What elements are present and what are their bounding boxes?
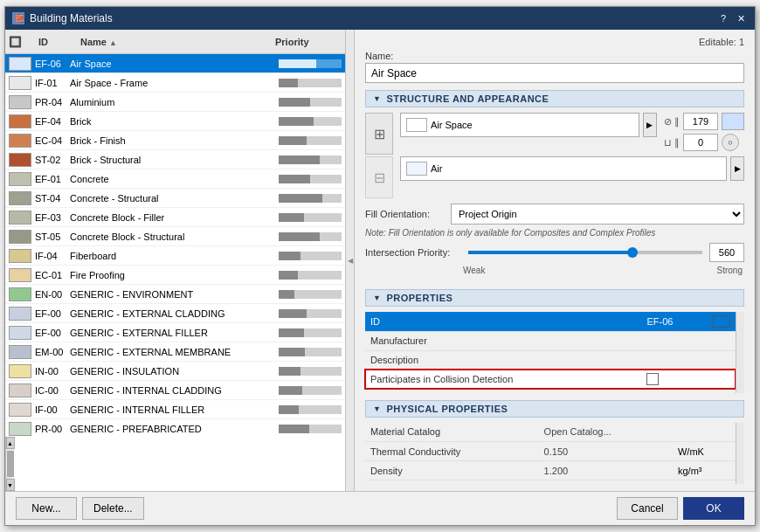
scroll-thumb[interactable] xyxy=(7,451,14,477)
hatch-control-1: ⊘ ∥ xyxy=(664,113,744,130)
material-list-name: Brick - Finish xyxy=(70,135,279,146)
delete-button[interactable]: Delete... xyxy=(82,497,144,520)
material-list-id: IF-01 xyxy=(35,78,70,88)
list-item[interactable]: IF-01Air Space - Frame xyxy=(5,73,345,93)
priority-bar-container xyxy=(279,348,342,356)
intersection-slider[interactable] xyxy=(468,244,702,261)
participates-checkbox[interactable] xyxy=(646,373,659,385)
properties-section-label: PROPERTIES xyxy=(386,293,453,303)
priority-bar-fill xyxy=(279,213,304,222)
hatch-circle-btn[interactable]: ○ xyxy=(722,134,739,151)
list-item[interactable]: EF-04Brick xyxy=(5,112,345,131)
list-item[interactable]: IC-00GENERIC - INTERNAL CLADDING xyxy=(5,381,345,400)
list-item[interactable]: EC-01Fire Proofing xyxy=(5,266,345,285)
scroll-up-arrow[interactable]: ▲ xyxy=(6,437,15,449)
list-item[interactable]: EF-03Concrete Block - Filler xyxy=(5,208,345,227)
weak-label: Weak xyxy=(463,266,485,275)
list-scrollbar[interactable]: ▲ ▼ xyxy=(5,437,14,491)
phys-row-density[interactable]: Density 1.200 kg/m³ xyxy=(365,461,736,480)
properties-table: ID EF-06 Manufacturer Description xyxy=(365,312,736,390)
list-item[interactable]: IF-00GENERIC - INTERNAL FILLER xyxy=(5,400,345,419)
material-list-swatch xyxy=(9,403,31,417)
prop-row-participates[interactable]: Participates in Collision Detection xyxy=(365,370,736,389)
material-list-id: EC-04 xyxy=(35,135,70,146)
id-color-swatch[interactable] xyxy=(713,315,730,328)
slider-thumb[interactable] xyxy=(627,247,638,258)
list-item[interactable]: EF-01Concrete xyxy=(5,169,345,189)
material-list-name: Air Space - Frame xyxy=(70,78,279,88)
cancel-button[interactable]: Cancel xyxy=(617,497,678,520)
list-item[interactable]: EF-00GENERIC - EXTERNAL FILLER xyxy=(5,323,345,342)
priority-bar-container xyxy=(279,405,342,414)
slider-fill xyxy=(468,251,632,254)
material-list-id: IF-04 xyxy=(35,251,70,261)
section-toggle-icon[interactable]: ▼ xyxy=(373,94,381,103)
list-item[interactable]: IN-00GENERIC - INSULATION xyxy=(5,362,345,381)
sort-arrow-icon: ▲ xyxy=(109,38,117,47)
left-panel: 🔲 ID Name ▲ Priority EF-06Air SpaceIF-01… xyxy=(5,30,346,491)
phys-val-thermal: 0.150 xyxy=(539,442,673,461)
hatch-u-label: ⊔ ∥ xyxy=(664,137,680,149)
hatch-value-1[interactable] xyxy=(683,113,718,130)
prop-val-description xyxy=(641,350,708,370)
material-list-id: PR-04 xyxy=(35,97,70,107)
physical-scrollbar[interactable] xyxy=(736,423,744,485)
priority-bar-container xyxy=(279,117,342,126)
phys-row-catalog[interactable]: Material Catalog Open Catalog... xyxy=(365,423,736,442)
fill-label: Fill Orientation: xyxy=(365,209,444,219)
list-item[interactable]: EM-00GENERIC - EXTERNAL MEMBRANE xyxy=(5,342,345,362)
air-material: Air xyxy=(400,156,727,181)
material-list-swatch xyxy=(9,230,31,244)
list-item[interactable]: PR-04Aluminium xyxy=(5,93,345,112)
prop-key-description: Description xyxy=(365,350,641,370)
priority-bar-container xyxy=(279,271,342,280)
list-item[interactable]: EF-00GENERIC - EXTERNAL CLADDING xyxy=(5,304,345,323)
help-button[interactable]: ? xyxy=(716,11,730,25)
prop-val-manufacturer xyxy=(641,331,708,350)
prop-row-description[interactable]: Description xyxy=(365,350,736,370)
title-bar-controls: ? ✕ xyxy=(716,11,748,25)
slider-labels: Weak Strong xyxy=(365,266,744,275)
prop-row-manufacturer[interactable]: Manufacturer xyxy=(365,331,736,350)
scroll-down-arrow[interactable]: ▼ xyxy=(6,479,15,491)
air-expand-btn[interactable]: ▶ xyxy=(730,156,744,181)
material-list-swatch xyxy=(9,326,31,340)
ok-button[interactable]: OK xyxy=(683,497,744,520)
dialog-icon: 🧱 xyxy=(12,12,24,24)
list-item[interactable]: EC-04Brick - Finish xyxy=(5,131,345,150)
priority-bar-container xyxy=(279,252,342,260)
priority-bar-fill xyxy=(279,290,294,299)
props-scrollbar[interactable] xyxy=(736,312,744,393)
list-item[interactable]: ST-05Concrete Block - Structural xyxy=(5,227,345,246)
list-item[interactable]: EF-06Air Space xyxy=(5,54,345,73)
physical-toggle-icon[interactable]: ▼ xyxy=(373,404,381,413)
list-item[interactable]: IF-04Fiberboard xyxy=(5,246,345,266)
phys-unit-thermal: W/mK xyxy=(673,442,736,461)
material-list-id: IN-00 xyxy=(35,366,70,377)
material-expand-btn[interactable]: ▶ xyxy=(643,113,657,137)
physical-section-header: ▼ PHYSICAL PROPERTIES xyxy=(365,400,744,418)
hatch-controls: ⊘ ∥ ⊔ ∥ ○ xyxy=(664,113,744,151)
prop-key-id: ID xyxy=(365,312,641,331)
bottom-right-buttons: Cancel OK xyxy=(617,497,744,520)
structure-composite-icon: ⊞ xyxy=(365,113,393,155)
priority-bar-container xyxy=(279,175,342,183)
list-item[interactable]: ST-02Brick - Structural xyxy=(5,150,345,169)
prop-row-id[interactable]: ID EF-06 xyxy=(365,312,736,331)
hatch-color-btn-1[interactable] xyxy=(722,113,744,130)
hatch-value-2[interactable] xyxy=(683,134,718,151)
fill-select[interactable]: Project Origin xyxy=(451,204,744,225)
phys-key-thermal: Thermal Conductivity xyxy=(365,442,539,461)
list-item[interactable]: EN-00GENERIC - ENVIRONMENT xyxy=(5,285,345,304)
list-item[interactable]: ST-04Concrete - Structural xyxy=(5,189,345,208)
props-toggle-icon[interactable]: ▼ xyxy=(373,294,381,302)
name-input[interactable] xyxy=(365,63,744,83)
phys-row-thermal[interactable]: Thermal Conductivity 0.150 W/mK xyxy=(365,442,736,461)
slider-track xyxy=(468,251,702,254)
intersection-value-input[interactable] xyxy=(709,243,744,262)
priority-bar-container xyxy=(279,425,342,433)
close-button[interactable]: ✕ xyxy=(734,11,748,25)
list-item[interactable]: PR-00GENERIC - PREFABRICATED xyxy=(5,419,345,437)
priority-bar-container xyxy=(279,367,342,376)
new-button[interactable]: New... xyxy=(16,497,77,520)
